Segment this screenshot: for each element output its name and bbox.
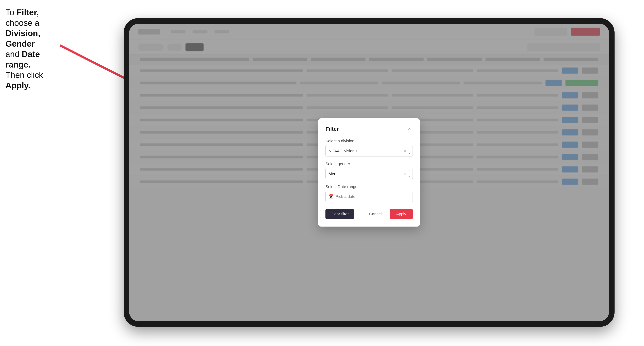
gender-clear-icon[interactable]: ×	[404, 171, 406, 176]
instruction-line4: Then click Apply.	[6, 70, 43, 90]
instruction-line3: and Date range.	[6, 49, 40, 69]
date-input[interactable]	[326, 191, 413, 202]
modal-close-button[interactable]: ×	[406, 126, 413, 132]
date-label: Select Date range	[326, 184, 413, 189]
calendar-icon: 📅	[328, 194, 334, 199]
gender-form-group: Select gender Men Women × ⌃⌄	[326, 162, 413, 179]
division-clear-icon[interactable]: ×	[404, 149, 406, 153]
cancel-button[interactable]: Cancel	[364, 209, 386, 219]
gender-select-wrapper: Men Women × ⌃⌄	[326, 168, 413, 179]
modal-title: Filter	[326, 126, 339, 132]
modal-header: Filter ×	[326, 126, 413, 132]
division-label: Select a division	[326, 139, 413, 143]
instruction-text: To Filter, choose a Division, Gender and…	[6, 7, 58, 91]
tablet-screen: Filter × Select a division NCAA Division…	[129, 24, 609, 321]
gender-label: Select gender	[326, 162, 413, 166]
instruction-line2: Division, Gender	[6, 28, 40, 48]
gender-arrow-icon: ⌃⌄	[408, 170, 410, 178]
modal-overlay: Filter × Select a division NCAA Division…	[129, 24, 609, 321]
date-form-group: Select Date range 📅	[326, 184, 413, 202]
apply-button[interactable]: Apply	[390, 209, 413, 219]
division-select-wrapper: NCAA Division I NCAA Division II NCAA Di…	[326, 145, 413, 157]
clear-filter-button[interactable]: Clear filter	[326, 209, 354, 219]
filter-modal: Filter × Select a division NCAA Division…	[318, 118, 420, 227]
division-form-group: Select a division NCAA Division I NCAA D…	[326, 139, 413, 157]
division-arrow-icon: ⌃⌄	[408, 147, 410, 155]
modal-footer-right: Cancel Apply	[364, 209, 413, 219]
date-input-wrapper: 📅	[326, 191, 413, 202]
tablet-device: Filter × Select a division NCAA Division…	[124, 18, 614, 327]
modal-footer: Clear filter Cancel Apply	[326, 209, 413, 219]
gender-select[interactable]: Men Women	[326, 168, 413, 179]
instruction-line1: To Filter, choose a	[6, 8, 40, 28]
division-select[interactable]: NCAA Division I NCAA Division II NCAA Di…	[326, 145, 413, 157]
